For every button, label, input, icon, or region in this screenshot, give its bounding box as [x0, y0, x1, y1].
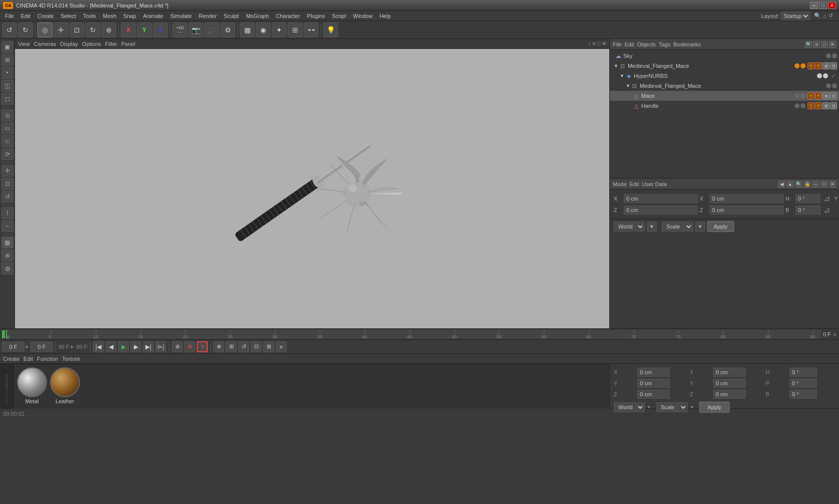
x-size-input[interactable] — [713, 368, 746, 377]
om-check-nurbs[interactable]: ✓ — [830, 72, 837, 79]
apply-button[interactable]: Apply — [707, 221, 734, 232]
om-tag-mace-2[interactable]: T — [815, 92, 822, 99]
select-tool[interactable]: ◎ — [37, 22, 52, 37]
vp-icon-2[interactable]: ≡ — [592, 40, 595, 47]
om-tag-4[interactable]: ⊡ — [830, 62, 837, 69]
vp-menu-display[interactable]: Display — [60, 41, 78, 47]
grid-btn[interactable]: ⊞ — [263, 341, 274, 352]
attr-x-pos[interactable] — [624, 194, 698, 203]
tool-move[interactable]: ✛ — [1, 165, 13, 177]
vp-icon-1[interactable]: ↑ — [588, 40, 591, 47]
om-tag-3[interactable]: ⊞ — [823, 62, 830, 69]
prev-frame-btn[interactable]: ◀ — [105, 341, 116, 352]
strip-btn[interactable]: ≡ — [276, 341, 287, 352]
attr-arrow-left[interactable]: ◀ — [778, 181, 785, 188]
attr-b-arrow[interactable]: ⊿ — [824, 205, 830, 215]
tool-live[interactable]: ◎ — [1, 109, 13, 121]
coord-system-select[interactable]: World Object Global — [614, 222, 645, 232]
om-row-nurbs[interactable]: ▼ ◈ HyperNURBS ✓ — [610, 71, 839, 81]
menu-animate[interactable]: Animate — [140, 12, 166, 20]
attr-b-rot[interactable] — [796, 206, 821, 215]
arrow-icon[interactable]: ↺ — [829, 12, 833, 19]
floor-btn[interactable]: ▦ — [240, 22, 255, 37]
scale-tool[interactable]: ⊡ — [69, 22, 84, 37]
om-row-mace-root[interactable]: ▼ ⊡ Medieval_Flanged_Mace T T ⊞ ⊡ — [610, 61, 839, 71]
material-metal[interactable]: Metal — [17, 367, 47, 404]
light-btn[interactable]: 💡 — [323, 22, 338, 37]
menu-create[interactable]: Create — [34, 12, 57, 20]
om-tag-2[interactable]: T — [815, 62, 822, 69]
z-axis[interactable]: Z — [153, 22, 168, 37]
mat-menu-texture[interactable]: Texture — [62, 356, 80, 362]
y-axis[interactable]: Y — [137, 22, 152, 37]
menu-script[interactable]: Script — [329, 12, 349, 20]
om-menu-edit[interactable]: Edit — [625, 41, 634, 47]
vp-menu-options[interactable]: Options — [82, 41, 101, 47]
menu-render[interactable]: Render — [196, 12, 220, 20]
mat-menu-edit[interactable]: Edit — [23, 356, 33, 362]
om-dot-h-2[interactable] — [801, 103, 806, 108]
attr-x-size[interactable] — [710, 194, 784, 203]
menu-mograph[interactable]: MoGraph — [243, 12, 272, 20]
attr-h-arrow[interactable]: ⊿ — [824, 194, 830, 203]
attr-lock[interactable]: 🔒 — [804, 181, 811, 188]
om-expand-btn[interactable]: □ — [821, 41, 828, 48]
z-coord-input[interactable] — [637, 390, 670, 399]
om-dot-mace-2[interactable] — [801, 63, 806, 68]
scale-dropdown-arrow[interactable]: ▼ — [690, 405, 694, 410]
om-search-btn[interactable]: 🔍 — [805, 41, 812, 48]
om-dot-m-1[interactable] — [795, 93, 800, 98]
menu-tools[interactable]: Tools — [80, 12, 99, 20]
om-tag-handle-3[interactable]: ⊞ — [823, 102, 830, 109]
om-menu-bookmarks[interactable]: Bookmarks — [673, 41, 701, 47]
end-frame-arrow[interactable]: ▸ — [71, 343, 74, 350]
mat-menu-create[interactable]: Create — [3, 356, 19, 362]
om-menu-file[interactable]: File — [613, 41, 622, 47]
attr-menu-edit[interactable]: Edit — [630, 181, 639, 187]
go-start-btn[interactable]: |◀ — [93, 341, 104, 352]
om-menu-tags[interactable]: Tags — [659, 41, 670, 47]
menu-character[interactable]: Character — [273, 12, 303, 20]
loop-btn[interactable]: ↺ — [238, 341, 249, 352]
next-frame-btn[interactable]: ▶ — [130, 341, 141, 352]
viewport[interactable] — [15, 49, 609, 328]
menu-simulate[interactable]: Simulate — [167, 12, 195, 20]
attr-minimize[interactable]: ─ — [812, 181, 819, 188]
go-end-btn[interactable]: ▶| — [143, 341, 154, 352]
om-dot-mace-1[interactable] — [795, 63, 800, 68]
vp-menu-panel[interactable]: Panel — [121, 41, 135, 47]
om-row-mace[interactable]: △ Mace T T ⊞ ⊡ — [610, 91, 839, 101]
attr-menu-userdata[interactable]: User Data — [642, 181, 667, 187]
om-dot-nurbs-2[interactable] — [823, 73, 828, 78]
om-dot-m-2[interactable] — [801, 93, 806, 98]
layout-dropdown[interactable]: Startup — [781, 11, 810, 20]
om-row-sky[interactable]: ☁ Sky — [610, 51, 839, 61]
om-collapse-btn[interactable]: ≡ — [813, 41, 820, 48]
attr-z-pos[interactable] — [624, 206, 698, 215]
tool-scale[interactable]: ⊡ — [1, 178, 13, 190]
search-icon[interactable]: 🔍 — [814, 12, 821, 19]
x-axis[interactable]: X — [121, 22, 136, 37]
om-arrow-nurbs[interactable]: ▼ — [620, 73, 624, 78]
anim-btn[interactable]: ⊞ — [226, 341, 237, 352]
tool-weight[interactable]: ⊗ — [1, 250, 13, 261]
om-tag-handle-2[interactable]: T — [815, 102, 822, 109]
menu-window[interactable]: Window — [350, 12, 376, 20]
material-leather[interactable]: Leather — [50, 367, 80, 404]
om-tag-mace-3[interactable]: ⊞ — [823, 92, 830, 99]
om-dot-mace-child-2[interactable] — [832, 83, 837, 88]
tool-paint[interactable]: ▦ — [1, 237, 13, 249]
x-coord-input[interactable] — [637, 368, 670, 377]
help-btn[interactable]: ? — [197, 341, 208, 352]
render-view-btn[interactable]: 📷 — [188, 22, 203, 37]
motion-btn[interactable]: ⊡ — [251, 341, 262, 352]
menu-select[interactable]: Select — [58, 12, 79, 20]
om-row-mace-child[interactable]: ▼ ⊡ Medieval_Flanged_Mace — [610, 81, 839, 91]
transform-arrow-down[interactable]: ▼ — [695, 222, 705, 232]
om-tag-mace-1[interactable]: T — [808, 92, 815, 99]
tool-edge[interactable]: ◫ — [1, 80, 13, 92]
tool-model[interactable]: ▣ — [1, 41, 13, 53]
tool-sculpt-btn[interactable]: ◍ — [1, 262, 13, 274]
y-coord-input[interactable] — [637, 379, 670, 388]
om-dot-sky-2[interactable] — [832, 53, 837, 58]
